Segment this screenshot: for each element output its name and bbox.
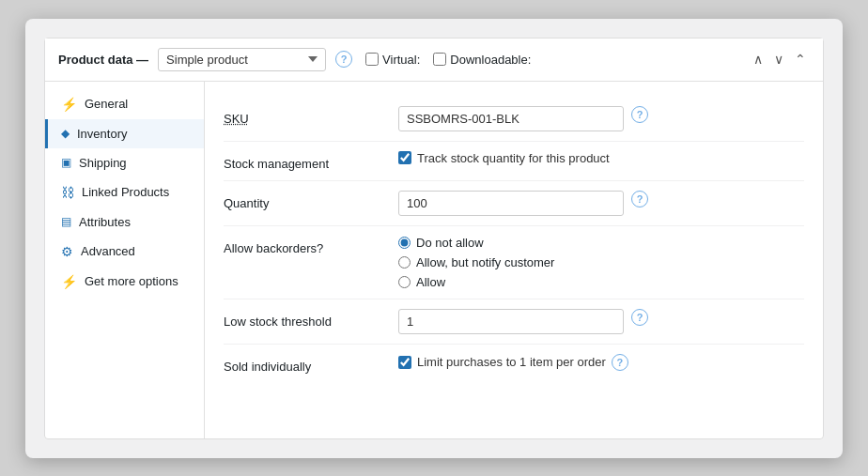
product-data-window: Product data — Simple product Grouped pr… bbox=[25, 19, 843, 458]
product-type-select[interactable]: Simple product Grouped product External/… bbox=[158, 48, 326, 71]
low-stock-help-icon[interactable]: ? bbox=[631, 309, 648, 326]
backorders-allow-notify[interactable]: Allow, but notify customer bbox=[398, 255, 554, 269]
quantity-input[interactable] bbox=[398, 191, 624, 216]
backorders-radio-group: Do not allow Allow, but notify customer … bbox=[398, 236, 554, 289]
header-arrows: ∧ ∨ ⌃ bbox=[750, 51, 810, 68]
backorders-row: Allow backorders? Do not allow Allow, bu… bbox=[224, 226, 804, 299]
sku-help-icon[interactable]: ? bbox=[631, 106, 648, 123]
advanced-icon: ⚙ bbox=[61, 244, 73, 259]
backorders-do-not-allow[interactable]: Do not allow bbox=[398, 236, 554, 250]
sidebar: ⚡ General ◆ Inventory ▣ Shipping ⛓ Linke… bbox=[45, 82, 205, 438]
sidebar-item-shipping[interactable]: ▣ Shipping bbox=[45, 148, 204, 177]
backorders-allow[interactable]: Allow bbox=[398, 275, 554, 289]
arrow-up-button[interactable]: ∧ bbox=[750, 51, 767, 68]
virtual-checkbox[interactable] bbox=[365, 53, 379, 66]
panel-header-label: Product data — bbox=[58, 53, 148, 67]
sidebar-item-linked-products[interactable]: ⛓ Linked Products bbox=[45, 177, 204, 207]
downloadable-checkbox[interactable] bbox=[433, 53, 446, 66]
sold-individually-field: Limit purchases to 1 item per order ? bbox=[398, 354, 804, 371]
sku-row: SKU ? bbox=[224, 97, 804, 142]
stock-management-text: Track stock quantity for this product bbox=[417, 151, 610, 165]
sidebar-item-inventory[interactable]: ◆ Inventory bbox=[45, 119, 204, 148]
backorders-do-not-allow-radio[interactable] bbox=[398, 237, 411, 249]
stock-management-field: Track stock quantity for this product bbox=[398, 151, 804, 165]
sidebar-item-attributes[interactable]: ▤ Attributes bbox=[45, 207, 204, 237]
virtual-downloadable-group: Virtual: Downloadable: bbox=[365, 53, 531, 67]
sold-individually-help-icon[interactable]: ? bbox=[612, 354, 628, 371]
sold-individually-label: Sold individually bbox=[224, 354, 383, 374]
arrow-collapse-button[interactable]: ⌃ bbox=[791, 51, 810, 68]
sidebar-item-advanced[interactable]: ⚙ Advanced bbox=[45, 237, 204, 267]
low-stock-row: Low stock threshold ? bbox=[224, 299, 804, 345]
backorders-allow-radio[interactable] bbox=[398, 276, 411, 288]
backorders-field: Do not allow Allow, but notify customer … bbox=[398, 236, 804, 289]
product-type-help-icon[interactable]: ? bbox=[335, 51, 352, 68]
low-stock-label: Low stock threshold bbox=[224, 309, 383, 329]
virtual-label[interactable]: Virtual: bbox=[365, 53, 420, 67]
stock-mgmt-checkbox-row: Track stock quantity for this product bbox=[398, 151, 610, 165]
general-icon: ⚡ bbox=[61, 97, 77, 112]
backorders-allow-notify-radio[interactable] bbox=[398, 256, 411, 269]
stock-management-label: Stock management bbox=[224, 151, 383, 171]
sidebar-item-general[interactable]: ⚡ General bbox=[45, 89, 204, 119]
sold-individually-checkbox[interactable] bbox=[398, 356, 411, 369]
arrow-down-button[interactable]: ∨ bbox=[770, 51, 787, 68]
sku-label: SKU bbox=[224, 106, 383, 126]
stock-management-row: Stock management Track stock quantity fo… bbox=[224, 142, 804, 181]
sold-individually-checkbox-row: Limit purchases to 1 item per order ? bbox=[398, 354, 628, 371]
quantity-help-icon[interactable]: ? bbox=[631, 191, 648, 207]
low-stock-input[interactable] bbox=[398, 309, 624, 334]
sku-field: ? bbox=[398, 106, 804, 131]
sold-individually-row: Sold individually Limit purchases to 1 i… bbox=[224, 345, 804, 383]
sidebar-item-get-more-options[interactable]: ⚡ Get more options bbox=[45, 267, 204, 297]
shipping-icon: ▣ bbox=[61, 156, 71, 169]
panel-body: ⚡ General ◆ Inventory ▣ Shipping ⛓ Linke… bbox=[45, 82, 823, 438]
attributes-icon: ▤ bbox=[61, 215, 71, 228]
quantity-label: Quantity bbox=[224, 191, 383, 210]
panel-header: Product data — Simple product Grouped pr… bbox=[45, 38, 823, 82]
quantity-row: Quantity ? bbox=[224, 181, 804, 226]
stock-management-checkbox[interactable] bbox=[398, 151, 411, 164]
inventory-icon: ◆ bbox=[61, 127, 70, 140]
allow-backorders-label: Allow backorders? bbox=[224, 236, 383, 255]
quantity-field: ? bbox=[398, 191, 804, 216]
downloadable-label[interactable]: Downloadable: bbox=[433, 53, 531, 67]
sold-individually-text: Limit purchases to 1 item per order bbox=[417, 355, 606, 369]
linked-products-icon: ⛓ bbox=[61, 185, 74, 200]
get-more-options-icon: ⚡ bbox=[61, 274, 77, 289]
low-stock-field: ? bbox=[398, 309, 804, 334]
product-data-panel: Product data — Simple product Grouped pr… bbox=[44, 38, 824, 439]
sku-input[interactable] bbox=[398, 106, 624, 131]
content-area: SKU ? Stock management Track stock quant… bbox=[205, 82, 823, 438]
